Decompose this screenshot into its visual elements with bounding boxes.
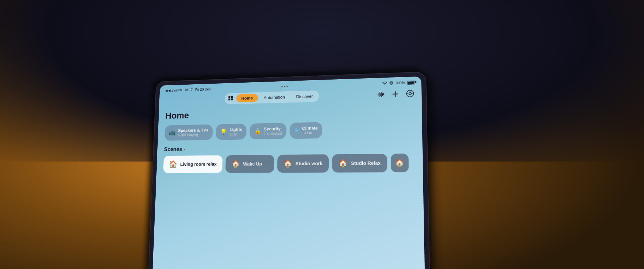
svg-rect-4 [231, 98, 233, 100]
status-right: 100% [382, 80, 415, 85]
tab-discover[interactable]: Discover [291, 92, 318, 101]
scene-wake-up-label: Wake Up [243, 161, 262, 167]
ipad-device: ◀ ◀ Search 18:17 Fri 20 Dec [148, 72, 430, 269]
tab-grid[interactable] [225, 94, 236, 103]
svg-point-0 [390, 82, 392, 83]
status-left: ◀ ◀ Search 18:17 Fri 20 Dec [165, 87, 211, 93]
dot-1 [281, 86, 283, 87]
lights-label: Lights [230, 127, 242, 132]
summary-card-climate[interactable]: ❄ Climate 13 On [290, 122, 323, 139]
speakers-sub: None Playing [178, 133, 208, 137]
back-label: ◀ Search [168, 88, 182, 92]
status-dots [281, 86, 288, 87]
lights-text: Lights 2 On [229, 127, 242, 136]
settings-icon[interactable] [405, 89, 415, 98]
summary-card-speakers[interactable]: 📺 Speakers & TVs None Playing [164, 124, 213, 140]
summary-cards: 📺 Speakers & TVs None Playing 💡 Lights 2… [164, 120, 414, 141]
summary-card-security[interactable]: 🔒 Security 1 Unlocked [250, 123, 286, 139]
security-label: Security [264, 126, 282, 132]
scene-card-wake-up[interactable]: 🏠 Wake Up [225, 155, 274, 173]
climate-sub: 13 On [302, 131, 318, 135]
nav-right-icons [376, 89, 415, 99]
tab-home[interactable]: Home [236, 94, 258, 103]
back-button[interactable]: ◀ ◀ Search [165, 88, 182, 93]
security-text: Security 1 Unlocked [264, 126, 282, 136]
svg-rect-2 [231, 96, 233, 98]
summary-card-lights[interactable]: 💡 Lights 2 On [216, 124, 247, 140]
scene-card-living-room-relax[interactable]: 🏠 Living room relax [163, 155, 222, 173]
security-sub: 1 Unlocked [264, 131, 282, 136]
battery-icon [407, 81, 415, 85]
add-icon[interactable] [390, 89, 400, 99]
waveform-icon[interactable] [376, 89, 385, 99]
dot-3 [286, 86, 288, 87]
battery-percent: 100% [395, 81, 405, 85]
scene-living-room-relax-icon: 🏠 [169, 160, 177, 169]
scenes-title: Scenes [164, 146, 182, 153]
status-date: Fri 20 Dec [195, 87, 211, 92]
status-time: 18:17 [184, 88, 193, 92]
back-chevron: ◀ [165, 89, 168, 93]
nav-tabs: Home Automation Discover [224, 90, 319, 104]
speakers-text: Speakers & TVs None Playing [178, 128, 208, 137]
climate-icon: ❄ [294, 127, 300, 134]
wifi-icon [382, 81, 387, 85]
main-content: Home 📺 Speakers & TVs None Playing 💡 Lig… [156, 102, 423, 176]
climate-label: Climate [302, 126, 318, 131]
scene-partial-icon: 🏠 [395, 159, 405, 168]
location-icon [389, 81, 393, 85]
scene-card-studio-relax[interactable]: 🏠 Studio Relax [332, 154, 387, 173]
scene-studio-work-label: Studio work [296, 160, 323, 167]
lights-sub: 2 On [229, 132, 242, 136]
speakers-icon: 📺 [169, 129, 176, 136]
security-icon: 🔒 [254, 128, 262, 135]
scene-living-room-relax-label: Living room relax [180, 161, 217, 167]
ipad-screen: ◀ ◀ Search 18:17 Fri 20 Dec [152, 77, 425, 269]
battery-fill [408, 81, 414, 84]
scenes-chevron[interactable]: › [183, 147, 185, 152]
lights-icon: 💡 [220, 128, 227, 135]
dot-2 [284, 86, 285, 87]
scene-studio-relax-label: Studio Relax [351, 160, 381, 166]
climate-text: Climate 13 On [302, 126, 318, 135]
scene-card-studio-work[interactable]: 🏠 Studio work [277, 154, 329, 173]
spacer-left [165, 100, 174, 101]
scenes-header: Scenes › [164, 143, 415, 152]
scene-wake-up-icon: 🏠 [231, 160, 240, 168]
scene-studio-relax-icon: 🏠 [338, 159, 347, 168]
scene-studio-work-icon: 🏠 [283, 159, 292, 168]
svg-point-16 [409, 92, 412, 94]
scene-card-partial: 🏠 [390, 153, 409, 172]
svg-rect-3 [228, 98, 230, 100]
svg-rect-1 [228, 96, 230, 98]
scene-cards: 🏠 Living room relax 🏠 Wake Up 🏠 Studio w… [163, 153, 415, 173]
tab-automation[interactable]: Automation [259, 93, 290, 102]
speakers-label: Speakers & TVs [178, 128, 209, 133]
